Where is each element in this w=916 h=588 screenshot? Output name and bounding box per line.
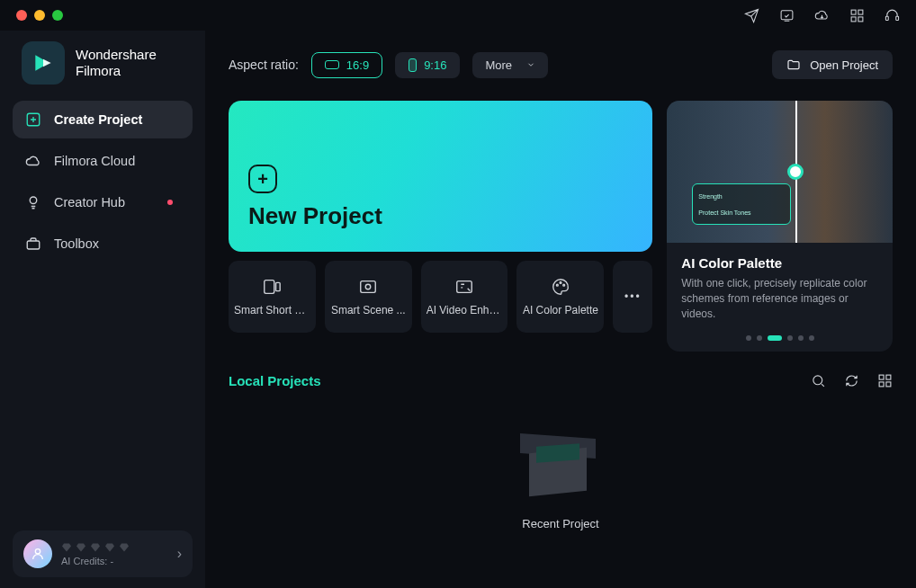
filmora-logo-icon <box>22 41 65 85</box>
gem-icon <box>119 542 130 553</box>
svg-point-18 <box>563 284 565 286</box>
svg-rect-12 <box>276 282 281 290</box>
notification-dot-icon <box>167 200 173 205</box>
new-project-title: New Project <box>248 202 633 230</box>
headset-icon[interactable] <box>885 8 900 23</box>
svg-rect-1 <box>851 10 856 14</box>
svg-rect-9 <box>27 241 40 249</box>
sidebar-item-label: Filmora Cloud <box>54 154 135 168</box>
svg-rect-11 <box>265 281 274 294</box>
feature-title: AI Color Palette <box>681 255 878 271</box>
tools-more-button[interactable]: ••• <box>613 261 652 333</box>
gem-icon <box>76 542 86 553</box>
sidebar-item-label: Toolbox <box>54 236 99 251</box>
sidebar-item-create-project[interactable]: Create Project <box>13 101 193 138</box>
gem-icon <box>61 542 72 553</box>
svg-point-19 <box>813 376 822 385</box>
grid-view-icon[interactable] <box>877 373 893 388</box>
comparison-slider-handle-icon <box>787 164 804 180</box>
folder-icon <box>786 58 801 72</box>
carousel-dots[interactable] <box>667 330 893 352</box>
portrait-icon <box>409 58 417 72</box>
plus-icon: + <box>248 165 277 193</box>
svg-rect-13 <box>361 281 376 293</box>
new-project-card[interactable]: + New Project <box>229 101 652 252</box>
cloud-download-icon[interactable] <box>814 8 830 23</box>
feature-preview-image: Strength Protect Skin Tones <box>667 101 893 243</box>
svg-rect-23 <box>886 382 891 387</box>
tool-smart-short-clips[interactable]: Smart Short C... <box>229 261 316 333</box>
minimize-dot-icon[interactable] <box>34 10 45 21</box>
svg-rect-3 <box>851 16 856 21</box>
feature-description: With one click, precisely replicate colo… <box>681 276 878 321</box>
svg-rect-0 <box>781 10 793 19</box>
svg-rect-5 <box>885 16 888 20</box>
svg-point-8 <box>30 197 37 204</box>
brand-line2: Filmora <box>76 63 157 79</box>
svg-rect-21 <box>886 376 891 380</box>
feature-card[interactable]: Strength Protect Skin Tones AI Color Pal… <box>667 101 893 352</box>
landscape-icon <box>325 60 339 69</box>
tool-ai-video-enhance[interactable]: AI Video Enha... <box>421 261 508 333</box>
empty-label: Recent Project <box>522 517 598 530</box>
sidebar-item-cloud[interactable]: Filmora Cloud <box>13 142 193 180</box>
svg-rect-22 <box>879 382 884 387</box>
refresh-icon[interactable] <box>844 373 859 388</box>
svg-point-14 <box>365 284 371 290</box>
feedback-icon[interactable] <box>779 8 795 23</box>
chevron-down-icon <box>526 60 535 69</box>
sidebar-item-label: Create Project <box>54 112 142 127</box>
empty-state: Recent Project <box>229 388 893 570</box>
svg-rect-2 <box>858 10 863 14</box>
empty-box-icon <box>520 429 601 501</box>
sidebar-item-creator-hub[interactable]: Creator Hub <box>13 183 193 221</box>
send-icon[interactable] <box>744 8 759 23</box>
maximize-dot-icon[interactable] <box>52 10 63 21</box>
svg-point-16 <box>556 284 558 286</box>
svg-point-10 <box>35 549 40 554</box>
sidebar-item-toolbox[interactable]: Toolbox <box>13 225 193 263</box>
svg-point-17 <box>560 282 561 284</box>
search-icon[interactable] <box>811 373 826 388</box>
tool-smart-scene[interactable]: Smart Scene ... <box>325 261 412 333</box>
sidebar-item-label: Creator Hub <box>54 195 125 209</box>
aspect-ratio-16-9-button[interactable]: 16:9 <box>311 52 382 78</box>
local-projects-title: Local Projects <box>229 373 321 388</box>
svg-rect-6 <box>896 16 899 20</box>
svg-rect-20 <box>879 376 884 380</box>
brand-line1: Wondershare <box>76 47 157 63</box>
close-dot-icon[interactable] <box>16 10 27 21</box>
gem-icon <box>90 542 101 553</box>
tool-ai-color-palette[interactable]: AI Color Palette <box>516 261 604 333</box>
avatar-icon <box>23 539 52 568</box>
dots-icon: ••• <box>624 290 642 303</box>
svg-rect-4 <box>858 16 863 21</box>
user-card[interactable]: AI Credits: - › <box>13 530 193 577</box>
brand: Wondershare Filmora <box>0 38 205 101</box>
window-controls[interactable] <box>16 10 63 21</box>
aspect-ratio-more-button[interactable]: More <box>472 52 548 78</box>
gem-icon <box>104 542 115 553</box>
ai-credits-label: AI Credits: - <box>61 556 168 566</box>
chevron-right-icon: › <box>177 546 182 562</box>
grid-icon[interactable] <box>849 8 865 23</box>
aspect-ratio-9-16-button[interactable]: 9:16 <box>395 52 460 78</box>
aspect-ratio-label: Aspect ratio: <box>229 58 299 72</box>
open-project-button[interactable]: Open Project <box>772 50 893 79</box>
